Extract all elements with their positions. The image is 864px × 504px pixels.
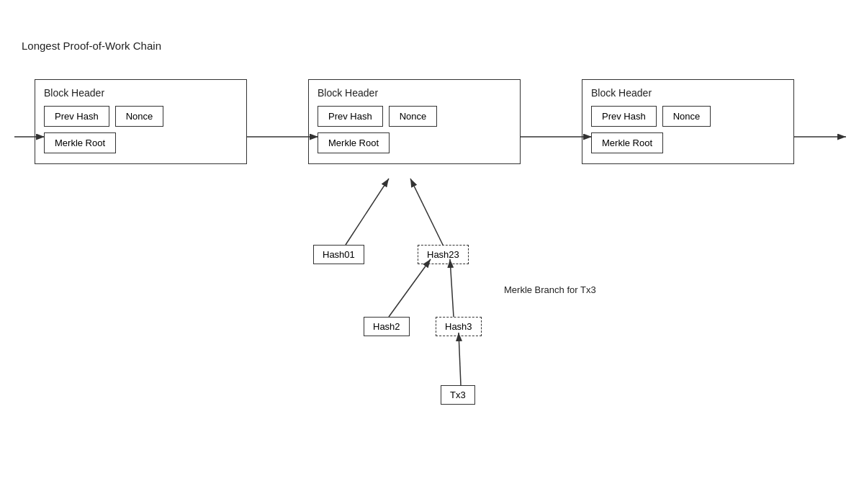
block-header-3: Block Header Prev Hash Nonce Merkle Root	[582, 79, 794, 164]
block2-nonce: Nonce	[389, 106, 438, 127]
hash23-box: Hash23	[418, 245, 469, 264]
svg-line-9	[450, 259, 454, 317]
block1-prev-hash: Prev Hash	[44, 106, 109, 127]
block-header-2: Block Header Prev Hash Nonce Merkle Root	[308, 79, 521, 164]
hash2-box: Hash2	[364, 317, 410, 336]
block3-prev-hash: Prev Hash	[591, 106, 657, 127]
svg-line-10	[459, 333, 461, 385]
svg-line-6	[346, 179, 389, 245]
block3-nonce: Nonce	[662, 106, 711, 127]
svg-line-7	[410, 179, 443, 245]
block2-label: Block Header	[318, 87, 511, 99]
tx3-box: Tx3	[441, 385, 475, 405]
block-header-1: Block Header Prev Hash Nonce Merkle Root	[35, 79, 247, 164]
block1-nonce: Nonce	[115, 106, 164, 127]
hash01-box: Hash01	[313, 245, 364, 264]
block2-prev-hash: Prev Hash	[318, 106, 383, 127]
block3-label: Block Header	[591, 87, 785, 99]
block3-merkle-root: Merkle Root	[591, 132, 663, 153]
hash3-box: Hash3	[436, 317, 482, 336]
merkle-branch-annotation: Merkle Branch for Tx3	[504, 284, 596, 295]
diagram-container: Longest Proof-of-Work Chain Block Header…	[0, 0, 864, 504]
block1-label: Block Header	[44, 87, 238, 99]
block1-merkle-root: Merkle Root	[44, 132, 116, 153]
svg-line-8	[389, 259, 431, 317]
block2-merkle-root: Merkle Root	[318, 132, 390, 153]
diagram-title: Longest Proof-of-Work Chain	[22, 40, 161, 52]
